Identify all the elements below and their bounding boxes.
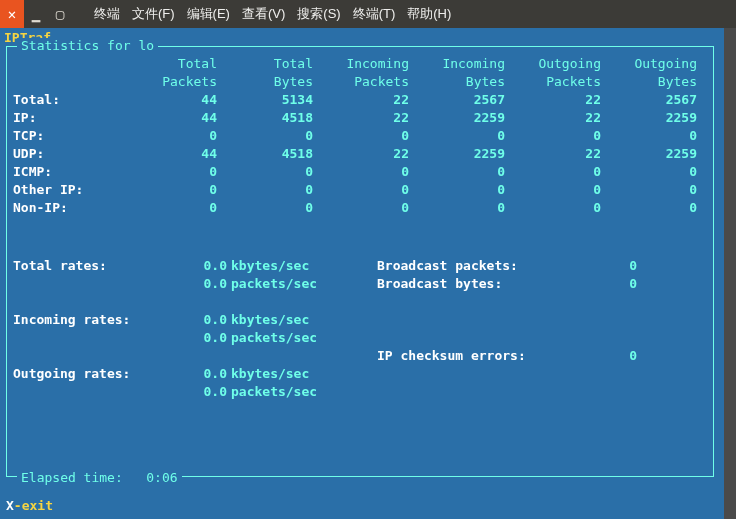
- outgoing-rates-label: Outgoing rates:: [11, 365, 171, 383]
- cell: 0: [217, 181, 313, 199]
- cell: 0: [217, 163, 313, 181]
- cell: 0: [121, 181, 217, 199]
- frame-label: Statistics for lo: [17, 38, 158, 53]
- hdr-total-bytes-a: Total: [217, 55, 313, 73]
- cell: 0: [313, 127, 409, 145]
- cell: 2567: [601, 91, 697, 109]
- cell: 44: [121, 109, 217, 127]
- menu-search[interactable]: 搜索(S): [293, 5, 344, 23]
- elapsed-label: Elapsed time:: [21, 470, 123, 485]
- row-label-tcp: TCP:: [11, 127, 121, 145]
- cell: 0: [409, 181, 505, 199]
- cell: 22: [505, 91, 601, 109]
- cell: 0: [505, 163, 601, 181]
- cell: 0: [409, 163, 505, 181]
- titlebar: ✕ ▁ ▢ 终端 文件(F) 编辑(E) 查看(V) 搜索(S) 终端(T) 帮…: [0, 0, 736, 28]
- bcast-packets-label: Broadcast packets:: [347, 257, 547, 275]
- hdr-in-packets-a: Incoming: [313, 55, 409, 73]
- cell: 44: [121, 91, 217, 109]
- table-row: TCP: 0 0 0 0 0 0: [11, 127, 709, 145]
- cell: 2259: [409, 109, 505, 127]
- cell: 0: [409, 199, 505, 217]
- cell: 0: [313, 199, 409, 217]
- bcast-bytes-val: 0: [547, 275, 637, 293]
- menu-edit[interactable]: 编辑(E): [183, 5, 234, 23]
- close-icon[interactable]: ✕: [0, 0, 24, 28]
- bcast-bytes-label: Broadcast bytes:: [347, 275, 547, 293]
- menu-help[interactable]: 帮助(H): [403, 5, 455, 23]
- cell: 0: [121, 199, 217, 217]
- bcast-packets-val: 0: [547, 257, 637, 275]
- minimize-icon[interactable]: ▁: [24, 0, 48, 28]
- ipcksum-val: 0: [547, 347, 637, 365]
- cell: 0: [313, 163, 409, 181]
- out-rate-kb-unit: kbytes/sec: [227, 365, 347, 383]
- hdr-out-bytes-a: Outgoing: [601, 55, 697, 73]
- hdr-total-packets-a: Total: [121, 55, 217, 73]
- hdr-total-packets-b: Packets: [121, 73, 217, 91]
- elapsed-value: 0:06: [146, 470, 177, 485]
- row-label-ip: IP:: [11, 109, 121, 127]
- terminal-area[interactable]: IPTraf Statistics for lo Total Total Inc…: [0, 28, 724, 519]
- total-rate-pk-unit: packets/sec: [227, 275, 347, 293]
- cell: 2259: [409, 145, 505, 163]
- ipcksum-label: IP checksum errors:: [347, 347, 547, 365]
- hdr-out-bytes-b: Bytes: [601, 73, 697, 91]
- in-rate-pk: 0.0: [171, 329, 227, 347]
- cell: 4518: [217, 109, 313, 127]
- cell: 0: [505, 127, 601, 145]
- total-rates-label: Total rates:: [11, 257, 171, 275]
- cell: 22: [505, 145, 601, 163]
- in-rate-kb: 0.0: [171, 311, 227, 329]
- maximize-icon[interactable]: ▢: [48, 0, 72, 28]
- cell: 2567: [409, 91, 505, 109]
- exit-key[interactable]: X: [6, 498, 14, 513]
- cell: 0: [409, 127, 505, 145]
- table-row: UDP: 44 4518 22 2259 22 2259: [11, 145, 709, 163]
- out-rate-pk-unit: packets/sec: [227, 383, 347, 401]
- cell: 2259: [601, 145, 697, 163]
- row-label-other: Other IP:: [11, 181, 121, 199]
- cell: 0: [217, 127, 313, 145]
- cell: 22: [313, 145, 409, 163]
- hdr-in-bytes-a: Incoming: [409, 55, 505, 73]
- out-rate-kb: 0.0: [171, 365, 227, 383]
- cell: 4518: [217, 145, 313, 163]
- incoming-rates-label: Incoming rates:: [11, 311, 171, 329]
- window-controls: ✕ ▁ ▢: [0, 0, 72, 28]
- table-row: ICMP: 0 0 0 0 0 0: [11, 163, 709, 181]
- hdr-in-packets-b: Packets: [313, 73, 409, 91]
- total-rate-kb: 0.0: [171, 257, 227, 275]
- cell: 0: [505, 181, 601, 199]
- exit-text: -exit: [14, 498, 53, 513]
- cell: 0: [601, 181, 697, 199]
- header-row-1: Total Total Incoming Incoming Outgoing O…: [11, 55, 709, 73]
- cell: 5134: [217, 91, 313, 109]
- elapsed-time: Elapsed time: 0:06: [17, 470, 182, 485]
- cell: 22: [313, 109, 409, 127]
- menu-view[interactable]: 查看(V): [238, 5, 289, 23]
- cell: 44: [121, 145, 217, 163]
- cell: 0: [121, 163, 217, 181]
- hdr-out-packets-b: Packets: [505, 73, 601, 91]
- cell: 0: [505, 199, 601, 217]
- out-rate-pk: 0.0: [171, 383, 227, 401]
- cell: 0: [601, 163, 697, 181]
- table-row: Non-IP: 0 0 0 0 0 0: [11, 199, 709, 217]
- hdr-total-bytes-b: Bytes: [217, 73, 313, 91]
- menu-file[interactable]: 文件(F): [128, 5, 179, 23]
- exit-hint: X-exit: [6, 498, 53, 513]
- menubar: 终端 文件(F) 编辑(E) 查看(V) 搜索(S) 终端(T) 帮助(H): [90, 5, 455, 23]
- menu-terminal2[interactable]: 终端(T): [349, 5, 400, 23]
- hdr-out-packets-a: Outgoing: [505, 55, 601, 73]
- cell: 0: [121, 127, 217, 145]
- total-rate-kb-unit: kbytes/sec: [227, 257, 347, 275]
- table-row: Other IP: 0 0 0 0 0 0: [11, 181, 709, 199]
- table-row: IP: 44 4518 22 2259 22 2259: [11, 109, 709, 127]
- row-label-icmp: ICMP:: [11, 163, 121, 181]
- stats-frame: Statistics for lo Total Total Incoming I…: [6, 46, 714, 477]
- stats-table: Total Total Incoming Incoming Outgoing O…: [11, 55, 709, 217]
- table-row: Total: 44 5134 22 2567 22 2567: [11, 91, 709, 109]
- menu-terminal[interactable]: 终端: [90, 5, 124, 23]
- rates-section: Total rates: 0.0 kbytes/sec Broadcast pa…: [11, 257, 709, 401]
